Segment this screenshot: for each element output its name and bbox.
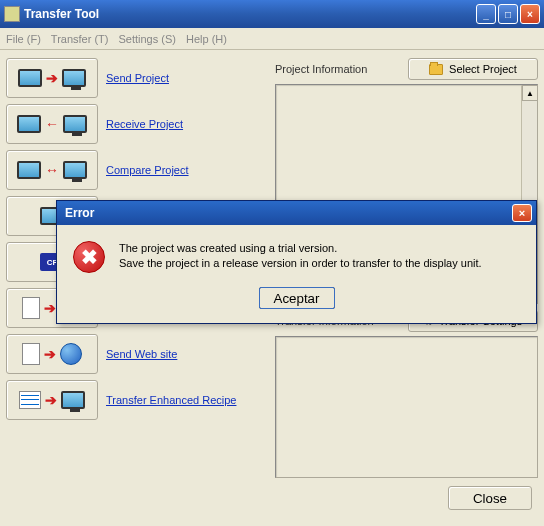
menubar: File (F) Transfer (T) Settings (S) Help … — [0, 28, 544, 50]
folder-icon — [429, 64, 443, 75]
send-web-button[interactable]: ➔ — [6, 334, 98, 374]
send-project-link[interactable]: Send Project — [106, 72, 169, 84]
arrow-right-icon: ➔ — [46, 70, 58, 86]
menu-settings[interactable]: Settings (S) — [118, 33, 175, 45]
window-title: Transfer Tool — [24, 7, 476, 21]
menu-transfer[interactable]: Transfer (T) — [51, 33, 109, 45]
enhanced-recipe-row: ➔ Transfer Enhanced Recipe — [6, 380, 269, 420]
scroll-up-button[interactable]: ▲ — [522, 85, 538, 101]
window-buttons: _ □ × — [476, 4, 540, 24]
arrow-right-icon: ➔ — [44, 346, 56, 362]
titlebar: Transfer Tool _ □ × — [0, 0, 544, 28]
receive-project-row: ← Receive Project — [6, 104, 269, 144]
dialog-body: ✖ The project was created using a trial … — [57, 225, 536, 287]
monitor-icon — [63, 161, 87, 179]
footer: Close — [275, 478, 538, 518]
globe-icon — [60, 343, 82, 365]
minimize-button[interactable]: _ — [476, 4, 496, 24]
select-project-button[interactable]: Select Project — [408, 58, 538, 80]
menu-file[interactable]: File (F) — [6, 33, 41, 45]
project-info-label: Project Information — [275, 63, 400, 75]
enhanced-recipe-button[interactable]: ➔ — [6, 380, 98, 420]
transfer-info-panel — [275, 336, 538, 478]
error-icon: ✖ — [73, 241, 105, 273]
app-icon — [4, 6, 20, 22]
receive-project-link[interactable]: Receive Project — [106, 118, 183, 130]
error-line-1: The project was created using a trial ve… — [119, 241, 482, 256]
device-icon — [18, 69, 42, 87]
send-web-row: ➔ Send Web site — [6, 334, 269, 374]
error-dialog: Error × ✖ The project was created using … — [56, 200, 537, 324]
compare-project-link[interactable]: Compare Project — [106, 164, 189, 176]
monitor-icon — [61, 391, 85, 409]
receive-project-button[interactable]: ← — [6, 104, 98, 144]
dialog-buttons: Aceptar — [57, 287, 536, 323]
select-project-label: Select Project — [449, 63, 517, 75]
menu-help[interactable]: Help (H) — [186, 33, 227, 45]
dialog-ok-button[interactable]: Aceptar — [259, 287, 335, 309]
device-icon — [17, 115, 41, 133]
dialog-title: Error — [61, 206, 512, 220]
error-text: The project was created using a trial ve… — [119, 241, 482, 272]
device-icon — [17, 161, 41, 179]
document-icon — [22, 343, 40, 365]
maximize-button[interactable]: □ — [498, 4, 518, 24]
monitor-icon — [62, 69, 86, 87]
close-window-button[interactable]: × — [520, 4, 540, 24]
arrow-right-icon: ➔ — [45, 392, 57, 408]
dialog-titlebar: Error × — [57, 201, 536, 225]
send-project-button[interactable]: ➔ — [6, 58, 98, 98]
list-icon — [19, 391, 41, 409]
project-info-header: Project Information Select Project — [275, 58, 538, 80]
dialog-close-button[interactable]: × — [512, 204, 532, 222]
arrow-right-icon: ➔ — [44, 300, 56, 316]
enhanced-recipe-link[interactable]: Transfer Enhanced Recipe — [106, 394, 236, 406]
arrow-left-icon: ← — [45, 116, 59, 132]
send-project-row: ➔ Send Project — [6, 58, 269, 98]
monitor-icon — [63, 115, 87, 133]
close-button[interactable]: Close — [448, 486, 532, 510]
document-icon — [22, 297, 40, 319]
compare-project-row: ↔ Compare Project — [6, 150, 269, 190]
send-web-link[interactable]: Send Web site — [106, 348, 177, 360]
double-arrow-icon: ↔ — [45, 162, 59, 178]
error-line-2: Save the project in a release version in… — [119, 256, 482, 271]
compare-project-button[interactable]: ↔ — [6, 150, 98, 190]
